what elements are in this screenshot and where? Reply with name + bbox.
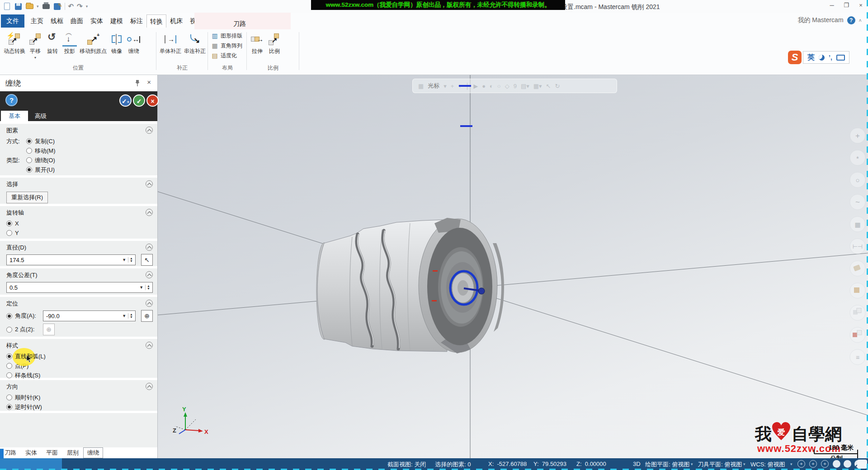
offset-chain-button[interactable]: ↘ 串连补正 bbox=[183, 32, 207, 56]
collapse-chevron-icon[interactable] bbox=[146, 127, 153, 134]
open-folder-icon[interactable] bbox=[25, 2, 33, 10]
rotate-button[interactable]: ↺ 旋转 bbox=[44, 32, 61, 56]
panel-close-icon[interactable]: × bbox=[147, 78, 151, 86]
side-tool-cube-icon[interactable]: ▦ bbox=[850, 216, 865, 232]
cursor-dropdown-icon[interactable]: ▾ bbox=[443, 83, 447, 89]
select-arrow-icon[interactable]: ▶ bbox=[473, 83, 478, 89]
spinner-icon[interactable]: ▲▼ bbox=[128, 313, 134, 319]
moon-icon[interactable] bbox=[819, 55, 825, 61]
pin-icon[interactable] bbox=[135, 80, 140, 88]
collapse-chevron-icon[interactable] bbox=[146, 180, 153, 188]
translate-button[interactable]: ↗ 平移 ▾ bbox=[27, 32, 43, 60]
radio-wrap[interactable] bbox=[26, 157, 32, 163]
mirror-button[interactable]: 镜像 bbox=[108, 32, 125, 56]
side-tool-move-icon[interactable]: + bbox=[850, 128, 865, 143]
my-mastercam[interactable]: 我的 Mastercam ? ˄ bbox=[797, 16, 862, 24]
side-tool-copies-icon[interactable] bbox=[850, 305, 865, 320]
radio-copy[interactable] bbox=[26, 138, 32, 144]
selection-box-icon[interactable]: ▦ bbox=[418, 83, 424, 89]
radio-points[interactable] bbox=[6, 363, 12, 369]
reselect-button[interactable]: 重新选择(R) bbox=[6, 192, 48, 203]
tab-model-prep[interactable]: 建模 bbox=[107, 14, 127, 28]
nesting-button[interactable]: ▥图形排版 bbox=[209, 31, 245, 41]
collapse-chevron-icon[interactable] bbox=[146, 300, 153, 307]
mask-half-icon[interactable]: ◐ bbox=[490, 83, 493, 89]
part-model[interactable] bbox=[316, 218, 504, 353]
collapse-chevron-icon[interactable] bbox=[146, 209, 153, 216]
mode-3d-toggle[interactable]: 3D bbox=[633, 461, 641, 467]
tab-drafting[interactable]: 标注 bbox=[127, 14, 146, 28]
gnomon-toggle-icon[interactable]: + bbox=[797, 460, 805, 468]
quick-mask-toolbar[interactable]: ▦ 光标 ▾ + + │ ▶ ● ◐ ○ ◇ 9 ▤▾ ▦▾ ↖ ↻ bbox=[412, 79, 617, 93]
project-button[interactable]: ↓︵ 投影 bbox=[61, 32, 78, 56]
radio-move[interactable] bbox=[26, 148, 32, 154]
refresh-icon[interactable]: ↻ bbox=[555, 83, 560, 89]
pick-angle-point-button[interactable]: ⊕ bbox=[141, 310, 153, 322]
wcs-selector[interactable]: WCS: 俯视图 bbox=[750, 461, 785, 469]
dropdown-caret-icon[interactable]: ▼ bbox=[137, 285, 145, 290]
cursor-mode-label[interactable]: 光标 bbox=[428, 82, 439, 90]
axis-needle-knob[interactable] bbox=[478, 288, 485, 294]
mask-grid-icon[interactable]: ▦▾ bbox=[533, 83, 542, 89]
side-tool-spline-icon[interactable]: ~ bbox=[850, 194, 865, 210]
angle-combobox[interactable]: -90.0▼▲▼ bbox=[43, 310, 136, 321]
print-icon[interactable] bbox=[42, 2, 50, 10]
stretch-button[interactable]: → 拉伸 bbox=[249, 32, 265, 56]
pick-diameter-button[interactable]: ↖ bbox=[141, 254, 153, 266]
radio-two-points[interactable] bbox=[6, 327, 12, 333]
wireframe-view-icon[interactable] bbox=[844, 460, 851, 468]
pick-two-points-button[interactable]: ⊕ bbox=[43, 324, 55, 335]
spinner-icon[interactable]: ▲▼ bbox=[128, 257, 134, 263]
tab-basic[interactable]: 基本 bbox=[1, 111, 28, 121]
radio-unwrap[interactable] bbox=[26, 167, 32, 173]
mask-circle-icon[interactable]: ○ bbox=[497, 83, 501, 89]
collapse-chevron-icon[interactable] bbox=[146, 383, 153, 390]
tab-wireframe[interactable]: 线框 bbox=[47, 14, 67, 28]
collapse-chevron-icon[interactable] bbox=[146, 244, 153, 251]
tab-solids-manager[interactable]: 实体 bbox=[21, 448, 42, 458]
tab-wrap-manager[interactable]: 缠绕 bbox=[83, 447, 103, 458]
sogou-logo-icon[interactable]: S bbox=[788, 51, 802, 64]
redo-icon[interactable]: ↷ bbox=[77, 2, 83, 10]
help-icon[interactable]: ? bbox=[847, 16, 855, 24]
cancel-button[interactable]: × bbox=[146, 94, 159, 107]
radio-clockwise[interactable] bbox=[6, 395, 12, 400]
minimize-button[interactable]: ─ bbox=[828, 2, 835, 9]
cplane-caret-icon[interactable]: ▾ bbox=[691, 462, 693, 466]
radio-angle[interactable] bbox=[6, 313, 12, 319]
diameter-combobox[interactable]: 174.5▼▲▼ bbox=[6, 254, 136, 265]
save-as-icon[interactable] bbox=[53, 2, 61, 10]
tab-advanced[interactable]: 高级 bbox=[28, 111, 53, 121]
grid-toggle-icon[interactable]: + bbox=[809, 460, 817, 468]
tab-file[interactable]: 文件 bbox=[1, 14, 24, 28]
punctuation-icon[interactable]: ’, bbox=[829, 54, 832, 61]
snap-plus-icon[interactable]: + bbox=[451, 83, 454, 89]
tab-solids[interactable]: 实体 bbox=[87, 14, 107, 28]
new-file-icon[interactable] bbox=[3, 2, 11, 10]
quick-access-dropdown-icon[interactable]: ▾ bbox=[86, 4, 88, 9]
translate-dropdown-icon[interactable]: ▾ bbox=[34, 56, 36, 60]
close-button[interactable]: × bbox=[857, 2, 864, 9]
panel-help-icon[interactable]: ? bbox=[5, 94, 18, 106]
wcs-caret-icon[interactable]: ▾ bbox=[790, 462, 793, 466]
radio-counterclockwise[interactable] bbox=[6, 404, 12, 410]
shaded-view-icon[interactable] bbox=[833, 460, 840, 468]
dropdown-caret-icon[interactable]: ▼ bbox=[120, 258, 128, 262]
side-tool-solid-icon[interactable] bbox=[850, 283, 865, 298]
section-view-status[interactable]: 截面视图: 关闭 bbox=[387, 461, 426, 469]
undo-icon[interactable]: ↶ bbox=[68, 2, 74, 10]
side-tool-circle-icon[interactable]: ○ bbox=[850, 172, 865, 188]
mask-solid-icon[interactable]: ● bbox=[482, 83, 486, 89]
collapse-chevron-icon[interactable] bbox=[146, 271, 153, 278]
tab-surfaces[interactable]: 曲面 bbox=[67, 14, 87, 28]
offset-entity-button[interactable]: → 单体补正 bbox=[159, 32, 182, 56]
axes-toggle-icon[interactable]: + bbox=[821, 460, 829, 468]
side-tool-nodes-icon[interactable]: * bbox=[850, 150, 865, 165]
open-dropdown-icon[interactable]: ▾ bbox=[37, 4, 39, 9]
tab-machine[interactable]: 机床 bbox=[166, 14, 186, 28]
ime-lang-label[interactable]: 英 bbox=[807, 53, 815, 62]
move-to-origin-button[interactable]: ↗+ 移动到原点 bbox=[79, 32, 108, 56]
mask-diamond-icon[interactable]: ◇ bbox=[505, 83, 509, 89]
dynamic-transform-button[interactable]: ⚡↗ 动态转换 bbox=[3, 32, 26, 56]
rectangular-array-button[interactable]: ▦直角阵列 bbox=[209, 41, 245, 51]
